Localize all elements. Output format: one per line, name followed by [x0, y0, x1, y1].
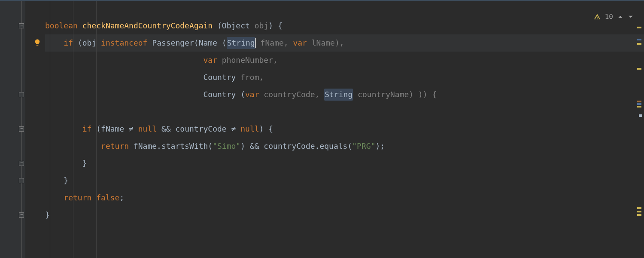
- token-param: from,: [236, 71, 264, 84]
- token-punct: ) {: [259, 123, 273, 135]
- code-area[interactable]: boolean checkNameAndCountryCodeAgain ( O…: [26, 1, 644, 258]
- code-line[interactable]: if (fName ≠ null && countryCode ≠ null )…: [45, 120, 644, 138]
- token-keyword: if: [82, 123, 92, 135]
- fold-toggle[interactable]: [19, 178, 24, 183]
- warning-marker[interactable]: [637, 214, 641, 216]
- code-line[interactable]: var phoneNumber,: [45, 52, 644, 69]
- warning-marker[interactable]: [637, 68, 641, 70]
- token-keyword: false: [96, 192, 119, 204]
- fold-toggle[interactable]: [19, 161, 24, 166]
- token-method: checkNameAndCountryCodeAgain: [82, 20, 213, 32]
- token-keyword: return: [101, 140, 129, 153]
- fold-toggle[interactable]: [19, 23, 24, 28]
- code-line[interactable]: Country ( var countryCode, String countr…: [45, 86, 644, 103]
- token-type: Object: [222, 20, 250, 32]
- token-indent: [45, 71, 203, 84]
- token-param: phoneNumber,: [217, 54, 278, 67]
- token-keyword: return: [64, 192, 91, 204]
- token-keyword: instanceof: [101, 37, 147, 49]
- token-param: obj: [250, 20, 268, 32]
- code-line[interactable]: }: [45, 155, 644, 172]
- token-keyword: var: [293, 37, 307, 49]
- token-punct: ) {: [268, 20, 283, 32]
- fold-toggle[interactable]: [19, 92, 24, 97]
- warning-marker[interactable]: [637, 106, 641, 108]
- token-text: (obj: [73, 37, 101, 49]
- token-text: ) && countryCode.equals(: [240, 140, 352, 153]
- code-line[interactable]: return fName.startsWith( "Simo" ) && cou…: [45, 138, 644, 155]
- fold-toggle[interactable]: [19, 212, 24, 218]
- token-punct: }: [82, 157, 87, 170]
- inspection-summary[interactable]: 10: [594, 11, 634, 22]
- code-line[interactable]: boolean checkNameAndCountryCodeAgain ( O…: [45, 17, 644, 34]
- token-punct: );: [375, 140, 385, 153]
- token-text: (fName ≠: [91, 123, 138, 135]
- info-marker[interactable]: [637, 39, 641, 40]
- token-punct: (: [236, 89, 245, 101]
- token-string: "PRG": [352, 140, 375, 153]
- token-keyword: var: [203, 54, 217, 67]
- token-indent: [45, 54, 203, 67]
- chevron-up-icon[interactable]: [617, 14, 623, 20]
- editor: boolean checkNameAndCountryCodeAgain ( O…: [0, 1, 644, 258]
- token-param: countryName) )) {: [353, 89, 437, 101]
- token-punct: (: [213, 20, 222, 32]
- info-marker[interactable]: [637, 103, 641, 105]
- token-punct: }: [64, 175, 68, 187]
- code-line[interactable]: if (obj instanceof Passenger(Name ( Stri…: [45, 34, 644, 52]
- warning-count: 10: [605, 11, 613, 22]
- code-line[interactable]: Country from,: [45, 69, 644, 86]
- token-type-selected: String: [324, 89, 353, 101]
- token-param: fName,: [256, 37, 293, 49]
- cursor-marker: [639, 114, 642, 117]
- token-text: Passenger(Name (: [147, 37, 226, 49]
- warning-marker[interactable]: [637, 207, 641, 209]
- token-param: lName),: [307, 37, 344, 49]
- token-keyword: var: [245, 89, 259, 101]
- indent-guide: [50, 1, 50, 258]
- warning-marker[interactable]: [637, 43, 641, 45]
- error-stripe[interactable]: [637, 1, 641, 258]
- token-keyword: null: [138, 123, 157, 135]
- code-line[interactable]: [45, 103, 644, 120]
- token-text: fName.startsWith(: [129, 140, 213, 153]
- hint-marker[interactable]: [637, 101, 641, 102]
- fold-toggle[interactable]: [19, 126, 24, 132]
- token-type: Country: [203, 71, 236, 84]
- indent-guide: [96, 1, 97, 258]
- token-param: countryCode,: [259, 89, 325, 101]
- token-punct: ;: [119, 192, 124, 204]
- token-keyword: null: [240, 123, 259, 135]
- token-string: "Simo": [213, 140, 240, 153]
- token-text: [91, 192, 96, 204]
- warning-icon: [594, 13, 601, 20]
- code-line[interactable]: }: [45, 206, 644, 224]
- gutter: [0, 1, 26, 258]
- code-line[interactable]: }: [45, 172, 644, 189]
- token-punct: }: [45, 209, 50, 221]
- token-type: Country: [203, 89, 236, 101]
- token-text: && countryCode ≠: [157, 123, 240, 135]
- warning-marker[interactable]: [637, 211, 641, 212]
- token-type-selected: String: [227, 37, 255, 49]
- token-keyword: if: [64, 37, 73, 49]
- indent-guide: [73, 1, 73, 258]
- warning-marker[interactable]: [637, 27, 641, 28]
- code-line[interactable]: return false ;: [45, 189, 644, 206]
- chevron-down-icon[interactable]: [628, 14, 634, 20]
- token-indent: [45, 89, 203, 101]
